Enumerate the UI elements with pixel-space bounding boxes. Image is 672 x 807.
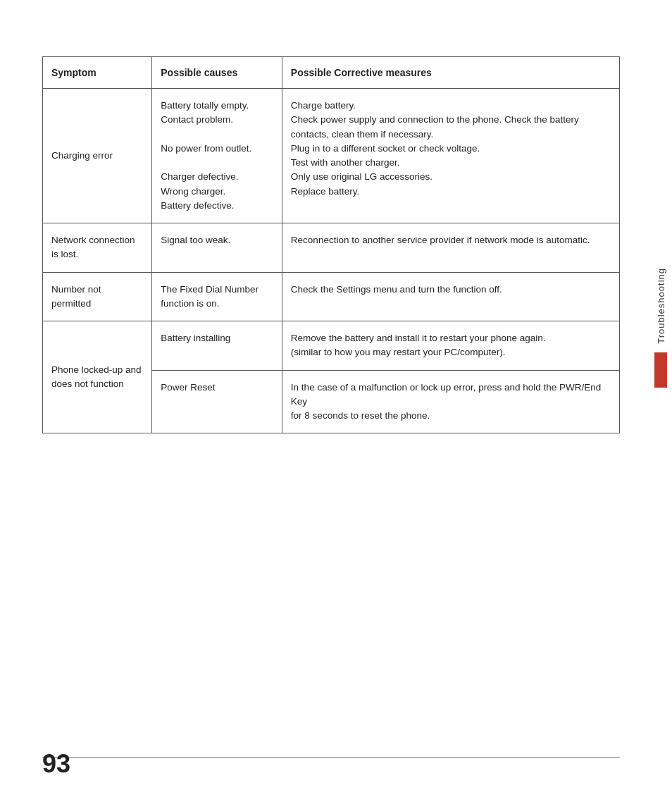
corrective-cell: Remove the battery and install it to res… [282, 321, 619, 371]
side-tab: Troubleshooting [649, 268, 672, 388]
corrective-cell: Charge battery.Check power supply and co… [282, 89, 619, 223]
side-tab-label: Troubleshooting [656, 268, 666, 344]
table-row: Charging error Battery totally empty.Con… [43, 89, 619, 223]
divider-line [42, 757, 620, 758]
symptom-cell: Phone locked-up and does not function [43, 321, 152, 433]
symptom-cell: Network connection is lost. [43, 223, 152, 273]
header-symptom: Symptom [43, 57, 152, 89]
causes-cell: Signal too weak. [152, 223, 282, 273]
corrective-cell: In the case of a malfunction or lock up … [282, 370, 619, 433]
symptom-cell: Charging error [43, 89, 152, 223]
causes-cell: Power Reset [152, 370, 282, 433]
side-tab-bar [654, 352, 667, 388]
causes-cell: Battery totally empty.Contact problem.No… [152, 89, 282, 223]
table-row: Number not permitted The Fixed Dial Numb… [43, 272, 619, 321]
troubleshooting-table: Symptom Possible causes Possible Correct… [43, 57, 619, 433]
causes-text: Battery totally empty.Contact problem.No… [161, 100, 251, 211]
table-row: Network connection is lost. Signal too w… [43, 223, 619, 273]
corrective-cell: Reconnection to another service provider… [282, 223, 619, 273]
table-row: Phone locked-up and does not function Ba… [43, 321, 619, 371]
page-container: Symptom Possible causes Possible Correct… [0, 0, 672, 807]
corrective-text: Charge battery.Check power supply and co… [291, 100, 579, 197]
symptom-cell: Number not permitted [43, 272, 152, 321]
corrective-text: Remove the battery and install it to res… [291, 333, 546, 357]
corrective-cell: Check the Settings menu and turn the fun… [282, 272, 619, 321]
page-number: 93 [42, 749, 70, 779]
causes-cell: The Fixed Dial Number function is on. [152, 272, 282, 321]
troubleshooting-table-wrapper: Symptom Possible causes Possible Correct… [42, 56, 620, 433]
header-causes: Possible causes [152, 57, 282, 89]
causes-cell: Battery installing [152, 321, 282, 371]
corrective-text: In the case of a malfunction or lock up … [291, 382, 601, 421]
table-header-row: Symptom Possible causes Possible Correct… [43, 57, 619, 89]
header-corrective: Possible Corrective measures [282, 57, 619, 89]
